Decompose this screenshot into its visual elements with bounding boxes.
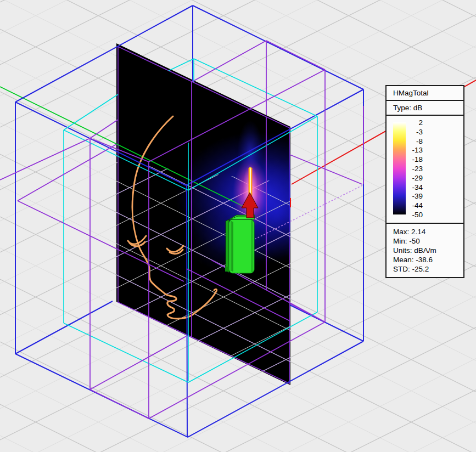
colorbar-tick: -13 — [405, 145, 423, 155]
colorbar-tick: -8 — [405, 137, 423, 146]
colorbar-tick: -44 — [405, 201, 423, 210]
colorbar-gradient — [393, 122, 406, 214]
colorbar-tick: -23 — [405, 164, 423, 173]
colorbar-tick: -34 — [405, 183, 423, 192]
colorbar-tick: -29 — [405, 173, 423, 183]
stat-max: Max: 2.14 — [393, 227, 463, 236]
device-foot — [225, 267, 229, 272]
legend-stats: Max: 2.14 Min: -50 Units: dBA/m Mean: -3… — [387, 224, 463, 277]
colorbar-tick: -3 — [405, 127, 423, 137]
legend-type-label: Type: dB — [387, 101, 463, 116]
3d-viewport[interactable]: HMagTotal Type: dB 2 -3 -8 -13 -18 -23 -… — [0, 0, 476, 452]
stat-units: Units: dBA/m — [393, 246, 463, 255]
phone-device — [225, 215, 255, 273]
legend-colorbar-section: 2 -3 -8 -13 -18 -23 -29 -34 -39 -44 -50 — [387, 116, 463, 224]
colorbar-tick: -39 — [405, 191, 423, 201]
stat-std: STD: -25.2 — [393, 264, 463, 274]
colorbar-tick: 2 — [405, 118, 423, 127]
colorbar-tick: -50 — [405, 210, 423, 219]
stat-mean: Mean: -38.6 — [393, 255, 463, 264]
field-legend-panel[interactable]: HMagTotal Type: dB 2 -3 -8 -13 -18 -23 -… — [385, 85, 464, 278]
colorbar-tick: -18 — [405, 155, 423, 164]
legend-title: HMagTotal — [387, 86, 463, 101]
stat-min: Min: -50 — [393, 236, 463, 246]
